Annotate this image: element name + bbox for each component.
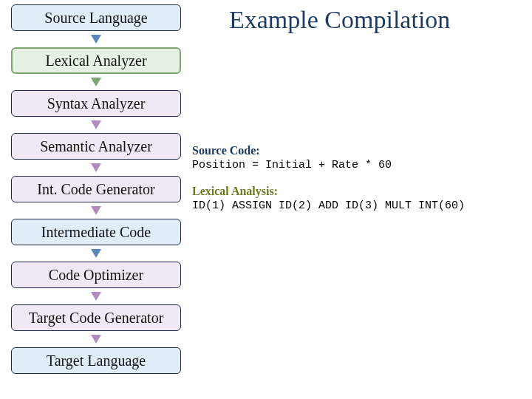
arrow-down-icon bbox=[91, 292, 101, 301]
arrow-down-icon bbox=[91, 163, 101, 172]
stage-target-code-generator: Target Code Generator bbox=[11, 304, 181, 331]
arrow-down-icon bbox=[91, 120, 101, 129]
stage-target-language: Target Language bbox=[11, 347, 181, 374]
stage-intermediate-code: Intermediate Code bbox=[11, 219, 181, 245]
stage-code-optimizer: Code Optimizer bbox=[11, 262, 181, 288]
compiler-pipeline: Source Language Lexical Analyzer Syntax … bbox=[6, 4, 186, 374]
lexical-analysis-text: ID(1) ASSIGN ID(2) ADD ID(3) MULT INT(60… bbox=[192, 200, 525, 212]
source-code-label: Source Code: bbox=[192, 144, 525, 157]
arrow-down-icon bbox=[91, 78, 101, 86]
lexical-analysis-label: Lexical Analysis: bbox=[192, 185, 525, 198]
arrow-down-icon bbox=[91, 35, 101, 44]
arrow-down-icon bbox=[91, 335, 101, 344]
stage-source-language: Source Language bbox=[11, 4, 181, 31]
stage-int-code-generator: Int. Code Generator bbox=[11, 176, 181, 202]
arrow-down-icon bbox=[91, 206, 101, 215]
example-content: Source Code: Position = Initial + Rate *… bbox=[192, 144, 525, 225]
source-code-text: Position = Initial + Rate * 60 bbox=[192, 159, 525, 171]
stage-syntax-analyzer: Syntax Analyzer bbox=[11, 90, 181, 117]
arrow-down-icon bbox=[91, 249, 101, 258]
stage-semantic-analyzer: Semantic Analyzer bbox=[11, 133, 181, 160]
page-title: Example Compilation bbox=[229, 6, 450, 34]
stage-lexical-analyzer: Lexical Analyzer bbox=[11, 47, 181, 74]
